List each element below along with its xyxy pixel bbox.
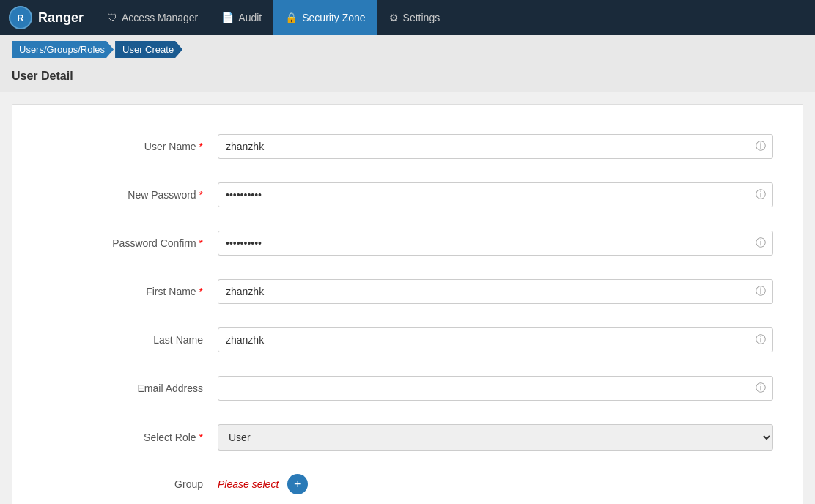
first-name-label: First Name * bbox=[42, 286, 218, 297]
last-name-input[interactable] bbox=[218, 327, 773, 352]
info-icon[interactable]: ⓘ bbox=[756, 285, 766, 298]
nav-item-access-manager[interactable]: 🛡 Access Manager bbox=[95, 0, 210, 35]
required-star: * bbox=[199, 189, 203, 201]
info-icon[interactable]: ⓘ bbox=[756, 188, 766, 201]
select-role-row: Select Role * User Admin Auditor bbox=[12, 412, 803, 462]
username-label: User Name * bbox=[42, 141, 218, 152]
username-field: ⓘ bbox=[218, 134, 773, 159]
required-star: * bbox=[199, 286, 203, 297]
email-address-field: ⓘ bbox=[218, 376, 773, 401]
select-role-field: User Admin Auditor bbox=[218, 424, 773, 451]
new-password-field: ⓘ bbox=[218, 182, 773, 207]
password-confirm-row: Password Confirm * ⓘ bbox=[12, 219, 803, 267]
new-password-row: New Password * ⓘ bbox=[12, 171, 803, 219]
nav-item-settings[interactable]: ⚙ Settings bbox=[377, 0, 452, 35]
nav-item-audit[interactable]: 📄 Audit bbox=[210, 0, 273, 35]
username-input[interactable] bbox=[218, 134, 773, 159]
required-star: * bbox=[199, 237, 203, 249]
nav-label-security-zone: Security Zone bbox=[302, 12, 365, 23]
nav-label-access-manager: Access Manager bbox=[122, 12, 198, 23]
page-header: User Detail bbox=[0, 64, 815, 92]
gear-icon: ⚙ bbox=[389, 12, 399, 23]
email-address-input[interactable] bbox=[218, 376, 773, 401]
nav-label-settings: Settings bbox=[403, 12, 440, 23]
add-group-button[interactable]: + bbox=[287, 474, 308, 494]
group-field: Please select + bbox=[218, 474, 308, 494]
shield-icon: 🛡 bbox=[107, 12, 117, 23]
nav-item-security-zone[interactable]: 🔒 Security Zone bbox=[273, 0, 377, 35]
email-address-row: Email Address ⓘ bbox=[12, 364, 803, 412]
info-icon[interactable]: ⓘ bbox=[756, 382, 766, 395]
navbar: R Ranger 🛡 Access Manager 📄 Audit 🔒 Secu… bbox=[0, 0, 815, 35]
group-label: Group bbox=[42, 478, 218, 490]
nav-label-audit: Audit bbox=[238, 12, 262, 23]
password-confirm-input[interactable] bbox=[218, 231, 773, 256]
last-name-field: ⓘ bbox=[218, 327, 773, 352]
password-confirm-field: ⓘ bbox=[218, 231, 773, 256]
required-star: * bbox=[199, 431, 203, 443]
breadcrumb: Users/Groups/Roles User Create bbox=[0, 35, 815, 64]
info-icon[interactable]: ⓘ bbox=[756, 237, 766, 250]
select-role-label: Select Role * bbox=[42, 431, 218, 443]
breadcrumb-users-groups-roles[interactable]: Users/Groups/Roles bbox=[12, 41, 114, 58]
username-row: User Name * ⓘ bbox=[12, 122, 803, 171]
please-select-text: Please select bbox=[218, 478, 279, 490]
last-name-label: Last Name bbox=[42, 334, 218, 346]
form-container: User Name * ⓘ New Password * ⓘ Password … bbox=[12, 104, 803, 504]
lock-icon: 🔒 bbox=[285, 12, 298, 23]
group-row: Group Please select + bbox=[12, 462, 803, 504]
required-star: * bbox=[199, 141, 203, 152]
first-name-row: First Name * ⓘ bbox=[12, 267, 803, 316]
new-password-label: New Password * bbox=[42, 189, 218, 201]
password-confirm-label: Password Confirm * bbox=[42, 237, 218, 249]
info-icon[interactable]: ⓘ bbox=[756, 333, 766, 346]
email-address-label: Email Address bbox=[42, 382, 218, 394]
document-icon: 📄 bbox=[221, 12, 234, 23]
first-name-input[interactable] bbox=[218, 279, 773, 304]
ranger-logo: R bbox=[9, 6, 32, 29]
role-select[interactable]: User Admin Auditor bbox=[218, 424, 773, 451]
page-title: User Detail bbox=[12, 70, 803, 83]
last-name-row: Last Name ⓘ bbox=[12, 316, 803, 364]
brand-name: Ranger bbox=[38, 10, 84, 26]
logo-text: R bbox=[17, 12, 23, 23]
new-password-input[interactable] bbox=[218, 182, 773, 207]
brand: R Ranger bbox=[9, 6, 84, 29]
info-icon[interactable]: ⓘ bbox=[756, 140, 766, 153]
first-name-field: ⓘ bbox=[218, 279, 773, 304]
breadcrumb-user-create[interactable]: User Create bbox=[115, 41, 182, 58]
